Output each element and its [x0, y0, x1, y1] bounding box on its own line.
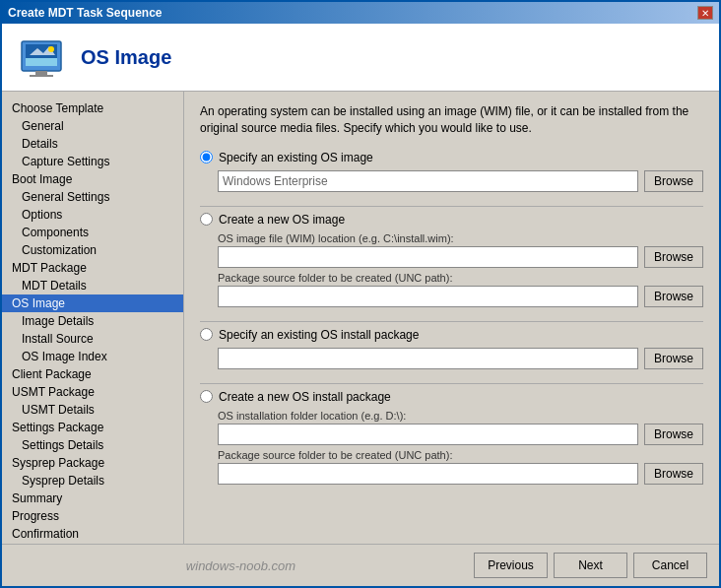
watermark: windows-noob.com — [14, 558, 468, 573]
option2-label: Create a new OS image — [219, 213, 345, 227]
option2-input1[interactable] — [218, 246, 638, 268]
cancel-button[interactable]: Cancel — [633, 553, 707, 578]
option4-label: Create a new OS install package — [219, 390, 391, 404]
window: Create MDT Task Sequence ✕ OS Image Choo… — [0, 0, 721, 588]
sidebar-item-usmt-details[interactable]: USMT Details — [2, 401, 183, 419]
header: OS Image — [2, 24, 719, 92]
option2-section: Create a new OS image OS image file (WIM… — [200, 213, 703, 307]
next-button[interactable]: Next — [554, 553, 627, 578]
option3-label: Specify an existing OS install package — [219, 328, 419, 342]
sidebar-item-customization[interactable]: Customization — [2, 241, 183, 259]
sidebar-item-os-image[interactable]: OS Image — [2, 294, 183, 312]
option2-radio-row: Create a new OS image — [200, 213, 703, 227]
sidebar-item-settings-details[interactable]: Settings Details — [2, 436, 183, 454]
page-title: OS Image — [81, 46, 171, 69]
sidebar-item-boot-image[interactable]: Boot Image — [2, 170, 183, 188]
option1-radio-row: Specify an existing OS image — [200, 151, 703, 164]
sidebar-item-mdt-details[interactable]: MDT Details — [2, 277, 183, 294]
sidebar-item-settings-package[interactable]: Settings Package — [2, 419, 183, 436]
sidebar-item-image-details[interactable]: Image Details — [2, 312, 183, 330]
option1-input[interactable] — [218, 170, 638, 192]
sidebar-item-components[interactable]: Components — [2, 224, 183, 241]
option2-radio[interactable] — [200, 213, 213, 226]
option1-browse-button[interactable]: Browse — [644, 170, 703, 192]
sidebar-item-client-package[interactable]: Client Package — [2, 365, 183, 383]
option4-sublabel1: OS installation folder location (e.g. D:… — [200, 410, 703, 422]
svg-point-4 — [48, 46, 54, 52]
option4-section: Create a new OS install package OS insta… — [200, 390, 703, 485]
option4-input1[interactable] — [218, 424, 638, 445]
sidebar-item-progress[interactable]: Progress — [2, 507, 183, 525]
svg-rect-5 — [35, 71, 47, 75]
option2-browse2-button[interactable]: Browse — [644, 286, 703, 307]
option3-radio[interactable] — [200, 328, 213, 341]
close-button[interactable]: ✕ — [697, 6, 713, 20]
option3-browse-button[interactable]: Browse — [644, 348, 703, 369]
option4-input2[interactable] — [218, 463, 638, 485]
sidebar-item-sysprep-package[interactable]: Sysprep Package — [2, 454, 183, 472]
sidebar-item-general-settings[interactable]: General Settings — [2, 188, 183, 206]
option4-input1-row: Browse — [200, 424, 703, 445]
content: Choose TemplateGeneralDetailsCapture Set… — [2, 92, 719, 544]
option2-sublabel1: OS image file (WIM) location (e.g. C:\in… — [200, 232, 703, 244]
option3-input-row: Browse — [200, 348, 703, 369]
option1-radio[interactable] — [200, 151, 213, 163]
option4-browse2-button[interactable]: Browse — [644, 463, 703, 485]
option1-section: Specify an existing OS image Browse — [200, 151, 703, 192]
sidebar-item-capture-settings[interactable]: Capture Settings — [2, 153, 183, 170]
sidebar-item-confirmation[interactable]: Confirmation — [2, 525, 183, 543]
option4-sublabel2: Package source folder to be created (UNC… — [200, 449, 703, 461]
option4-radio-row: Create a new OS install package — [200, 390, 703, 404]
sidebar-item-details[interactable]: Details — [2, 135, 183, 153]
option4-radio[interactable] — [200, 390, 213, 403]
os-image-icon — [18, 33, 65, 81]
option2-sublabel2: Package source folder to be created (UNC… — [200, 272, 703, 284]
sidebar-item-os-image-index[interactable]: OS Image Index — [2, 348, 183, 365]
option4-input2-row: Browse — [200, 463, 703, 485]
sidebar-item-install-source[interactable]: Install Source — [2, 330, 183, 348]
sidebar-item-options[interactable]: Options — [2, 206, 183, 224]
option3-input[interactable] — [218, 348, 638, 369]
option1-label: Specify an existing OS image — [219, 151, 373, 164]
option4-browse1-button[interactable]: Browse — [644, 424, 703, 445]
option2-input1-row: Browse — [200, 246, 703, 268]
option2-input2[interactable] — [218, 286, 638, 307]
sidebar-item-sysprep-details[interactable]: Sysprep Details — [2, 472, 183, 490]
sidebar-item-general[interactable]: General — [2, 117, 183, 135]
svg-rect-6 — [30, 75, 53, 77]
option2-browse1-button[interactable]: Browse — [644, 246, 703, 268]
option3-radio-row: Specify an existing OS install package — [200, 328, 703, 342]
description: An operating system can be installed usi… — [200, 103, 703, 137]
sidebar-item-summary[interactable]: Summary — [2, 490, 183, 507]
main-panel: An operating system can be installed usi… — [184, 92, 719, 544]
sidebar-item-mdt-package[interactable]: MDT Package — [2, 259, 183, 277]
option3-section: Specify an existing OS install package B… — [200, 328, 703, 369]
sidebar-item-usmt-package[interactable]: USMT Package — [2, 383, 183, 401]
sidebar: Choose TemplateGeneralDetailsCapture Set… — [2, 92, 184, 544]
option1-input-row: Browse — [200, 170, 703, 192]
titlebar: Create MDT Task Sequence ✕ — [2, 2, 719, 24]
window-title: Create MDT Task Sequence — [8, 6, 163, 20]
previous-button[interactable]: Previous — [474, 553, 548, 578]
sidebar-item-choose-template[interactable]: Choose Template — [2, 99, 183, 117]
option2-input2-row: Browse — [200, 286, 703, 307]
footer: windows-noob.com Previous Next Cancel — [2, 544, 719, 586]
